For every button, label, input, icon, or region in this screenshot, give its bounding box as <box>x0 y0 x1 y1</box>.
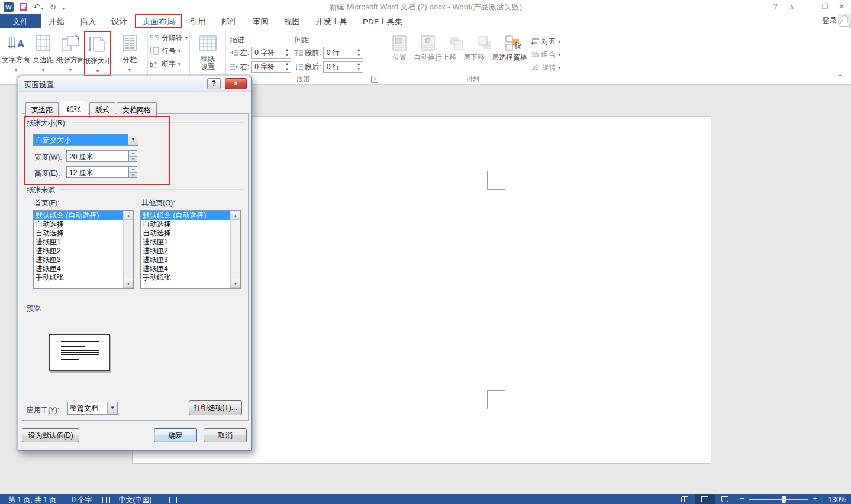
tab-mailings[interactable]: 邮件 <box>214 14 245 28</box>
height-spinner[interactable] <box>128 166 137 178</box>
dialog-tab-margins[interactable]: 页边距 <box>25 102 59 118</box>
tab-insert[interactable]: 插入 <box>72 14 104 28</box>
scroll-down-icon[interactable] <box>231 279 240 288</box>
zoom-level[interactable]: 130% <box>828 495 846 504</box>
position-button[interactable]: 位置 <box>385 31 414 76</box>
word-count[interactable]: 0 个字 <box>72 493 92 504</box>
list-item[interactable]: 手动纸张 <box>34 273 123 282</box>
tab-page-layout[interactable]: 页面布局 <box>135 14 182 28</box>
scrollbar[interactable] <box>123 211 133 288</box>
group-button[interactable]: 组合 <box>531 49 560 60</box>
tab-home[interactable]: 开始 <box>41 14 72 28</box>
print-layout-icon[interactable] <box>695 494 715 504</box>
ok-button[interactable]: 确定 <box>154 428 197 442</box>
columns-button[interactable]: 分栏 <box>116 31 143 76</box>
list-item[interactable]: 进纸匣2 <box>34 247 123 256</box>
minimize-icon[interactable] <box>800 0 817 12</box>
list-item[interactable]: 自动选择 <box>34 229 123 238</box>
ribbon-display-icon[interactable] <box>784 0 800 12</box>
list-item[interactable]: 进纸匣2 <box>141 247 230 256</box>
tab-references[interactable]: 引用 <box>182 14 214 28</box>
dialog-close-icon[interactable] <box>225 78 247 89</box>
list-item[interactable]: 默认纸盒 (自动选择) <box>141 211 230 220</box>
dialog-help-icon[interactable] <box>207 78 221 89</box>
tab-review[interactable]: 审阅 <box>245 14 276 28</box>
list-item[interactable]: 默认纸盒 (自动选择) <box>34 211 123 220</box>
manuscript-setup-button[interactable]: 稿纸设置 <box>194 31 221 76</box>
paragraph-dialog-launcher-icon[interactable] <box>371 76 378 83</box>
wrap-text-button[interactable]: 自动换行 <box>414 31 442 76</box>
send-backward-button[interactable]: 下移一层 <box>470 31 499 76</box>
list-item[interactable]: 自动选择 <box>34 220 123 229</box>
zoom-slider[interactable] <box>749 499 808 500</box>
width-input[interactable]: 20 厘米 <box>66 150 128 162</box>
chevron-down-icon[interactable] <box>128 134 138 145</box>
set-as-default-button[interactable]: 设为默认值(D) <box>22 428 79 442</box>
dialog-title-bar[interactable]: 页面设置 <box>18 76 251 92</box>
tab-developer[interactable]: 开发工具 <box>308 14 355 28</box>
space-before-input[interactable]: 0 行 <box>323 47 363 59</box>
first-page-tray-list[interactable]: 默认纸盒 (自动选择) 自动选择 自动选择 进纸匣1 进纸匣2 进纸匣3 进纸匣… <box>33 210 134 289</box>
spinner[interactable] <box>283 47 291 58</box>
width-spinner[interactable] <box>128 150 137 162</box>
list-item[interactable]: 自动选择 <box>141 229 230 238</box>
language-indicator[interactable]: 中文(中国) <box>118 493 151 504</box>
tab-file[interactable]: 文件 <box>0 14 41 28</box>
sign-in-link[interactable]: 登录 <box>822 16 837 26</box>
web-layout-icon[interactable] <box>715 494 735 504</box>
breaks-button[interactable]: 分隔符 <box>150 33 188 43</box>
zoom-slider-thumb[interactable] <box>782 496 786 503</box>
cancel-button[interactable]: 取消 <box>204 428 247 442</box>
hyphenation-button[interactable]: ba- 断字 <box>150 59 188 69</box>
list-item[interactable]: 进纸匣4 <box>34 264 123 273</box>
paper-size-button[interactable]: 纸张大小 <box>84 31 111 76</box>
list-item[interactable]: 进纸匣1 <box>34 238 123 247</box>
height-input[interactable]: 12 厘米 <box>66 166 128 178</box>
print-options-button[interactable]: 打印选项(T)... <box>189 400 242 415</box>
page-indicator[interactable]: 第 1 页, 共 1 页 <box>8 493 56 504</box>
zoom-in-icon[interactable]: + <box>808 494 823 504</box>
margins-button[interactable]: 页边距 <box>30 31 57 76</box>
help-icon[interactable] <box>767 0 784 12</box>
scroll-up-icon[interactable] <box>124 211 133 220</box>
indent-left-input[interactable]: 0 字符 <box>251 47 291 59</box>
list-item[interactable]: 进纸匣3 <box>141 256 230 264</box>
space-after-input[interactable]: 0 行 <box>323 61 363 73</box>
scroll-up-icon[interactable] <box>231 211 240 220</box>
tab-design[interactable]: 设计 <box>104 14 135 28</box>
dialog-tab-document-grid[interactable]: 文档网格 <box>117 102 157 118</box>
spinner[interactable] <box>355 62 363 72</box>
tab-view[interactable]: 视图 <box>276 14 308 28</box>
proofing-icon[interactable] <box>102 497 110 503</box>
other-pages-tray-list[interactable]: 默认纸盒 (自动选择) 自动选择 自动选择 进纸匣1 进纸匣2 进纸匣3 进纸匣… <box>140 210 241 289</box>
chevron-down-icon[interactable] <box>107 402 117 414</box>
collapse-ribbon-icon[interactable] <box>837 73 843 81</box>
paper-size-select[interactable]: 自定义大小 <box>33 134 138 146</box>
text-direction-button[interactable]: A 文字方向 <box>2 31 30 76</box>
avatar-icon[interactable] <box>838 14 851 27</box>
input-mode-icon[interactable] <box>169 497 177 503</box>
list-item[interactable]: 进纸匣3 <box>34 256 123 264</box>
dialog-tab-layout[interactable]: 版式 <box>89 102 115 118</box>
scrollbar[interactable] <box>230 211 240 288</box>
scroll-down-icon[interactable] <box>124 279 133 288</box>
line-numbers-button[interactable]: 123 行号 <box>150 46 188 56</box>
read-mode-icon[interactable] <box>675 494 695 504</box>
rotate-button[interactable]: 旋转 <box>531 62 560 73</box>
list-item[interactable]: 自动选择 <box>141 220 230 229</box>
align-button[interactable]: 对齐 <box>531 36 560 47</box>
bring-forward-button[interactable]: 上移一层 <box>442 31 470 76</box>
list-item[interactable]: 手动纸张 <box>141 273 230 282</box>
spinner[interactable] <box>355 47 363 58</box>
apply-to-select[interactable]: 整篇文档 <box>67 402 118 415</box>
tab-pdf-tools[interactable]: PDF工具集 <box>355 14 411 28</box>
zoom-out-icon[interactable]: − <box>735 494 749 504</box>
spinner[interactable] <box>283 62 291 72</box>
indent-right-input[interactable]: 0 字符 <box>251 61 291 73</box>
close-icon[interactable] <box>833 0 850 12</box>
restore-icon[interactable] <box>817 0 833 12</box>
selection-pane-button[interactable]: 选择窗格 <box>499 31 527 76</box>
orientation-button[interactable]: 纸张方向 <box>57 31 84 76</box>
dialog-tab-paper[interactable]: 纸张 <box>60 101 88 118</box>
list-item[interactable]: 进纸匣4 <box>141 264 230 273</box>
